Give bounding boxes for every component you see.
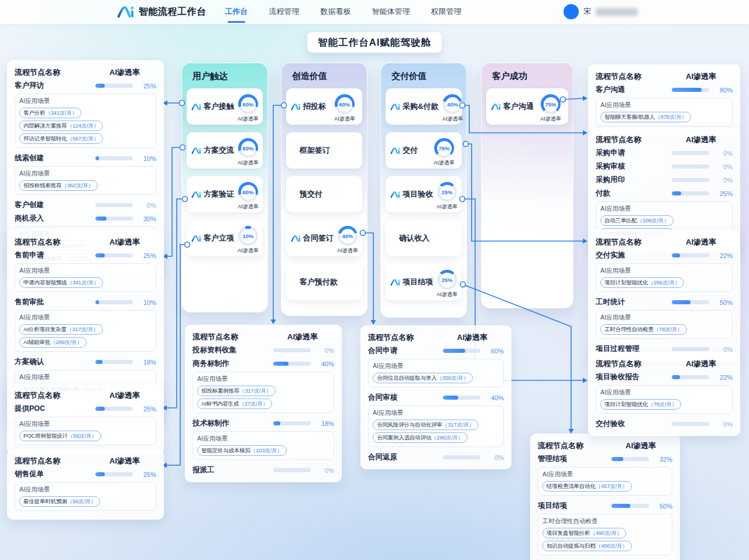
penetration-bar [672,164,709,169]
penetration-indicator: 60%AI渗透率 [234,134,262,167]
card-header: 流程节点名称AI渗透率 [15,389,156,402]
connector-arrow [583,96,587,101]
ai-scenario-tag[interactable]: 最佳促单时机预测（56次/月） [19,496,100,507]
card-header: 流程节点名称AI渗透率 [596,133,733,146]
node-name-header: 流程节点名称 [596,135,669,145]
flow-node-name: 客户接触 [204,101,234,112]
nav-item-process-mgmt[interactable]: 流程管理 [268,0,301,24]
flow-node[interactable]: 框架签订 [286,132,362,169]
penetration-header: AI渗透率 [669,135,733,145]
ai-scenario-tag[interactable]: 自动三单匹配（209次/月） [600,215,674,226]
penetration-indicator: 75%AI渗透率 [430,134,458,167]
ai-scenario-tag[interactable]: 智能聊天客服/机器人（879次/月） [600,112,691,122]
penetration-bar [672,178,709,182]
penetration-donut: 75% [541,94,561,114]
penetration-bar [95,253,133,257]
flow-node[interactable]: 方案验证60%AI渗透率 [187,176,263,212]
penetration-bar [273,348,311,352]
ai-scenario-tag[interactable]: 申请内容智能预填（341次/月） [19,277,103,288]
penetration-percent: 32% [649,456,672,463]
ai-scenario-tag[interactable]: 合同风险评分与自动化评审（317次/月） [373,420,479,430]
donut-percent: 75% [541,94,561,114]
penetration-bar-fill [611,504,630,508]
flow-node[interactable]: 确认收入 [386,220,462,256]
ai-scenario-tag[interactable]: 项目复盘智能分析（490次/月） [542,528,626,538]
flow-node-name: 合同签订 [303,233,334,243]
scenario-count: （490次/月） [590,529,622,537]
process-row: 合同审核40% [368,391,504,404]
user-area[interactable]: 宋 [564,4,638,19]
process-node-label: 客户创建 [15,200,95,210]
ai-scenario-tag[interactable]: 项目计划智能优化（78次/月） [600,399,681,410]
flow-node[interactable]: 客户沟通75%AI渗透率 [486,88,568,125]
ai-logo-icon [191,103,201,111]
donut-percent: 60% [238,138,258,158]
flow-node[interactable]: 交付75%AI渗透率 [386,132,462,169]
penetration-bar [611,504,649,508]
flow-node[interactable]: 项目验收25%AI渗透率 [386,176,462,212]
ai-scenario-tag[interactable]: 合同信息自动提取与录入（356次/月） [373,373,473,383]
ai-scenario-label: AI应用场景 [197,435,329,443]
flow-node[interactable]: 方案交流60%AI渗透率 [187,132,263,169]
card-poc: 流程节点名称AI渗透率提供POC25%AI应用场景POC用例智能设计（56次/月… [7,383,164,454]
ai-scenario-label: AI应用场景 [542,470,668,479]
ai-scenario-tag[interactable]: AI标书内容生成（27次/月） [197,398,272,409]
card-acceptance: 流程节点名称AI渗透率项目验收报告22%AI应用场景项目计划智能优化（78次/月… [588,352,740,436]
node-name-header: 流程节点名称 [15,67,93,78]
process-node-label: 售前申请 [15,250,95,260]
ai-scenario-tag[interactable]: 工时合理性自动检查（78次/月） [600,324,687,335]
process-row: 合同返原0% [368,451,504,464]
penetration-indicator: 10%AI渗透率 [234,222,262,255]
process-row: 商务标制作40% [193,357,334,370]
nav-item-data-board[interactable]: 数据看板 [319,0,352,24]
flow-node[interactable]: 客户接触60%AI渗透率 [187,88,263,125]
flow-node[interactable]: 项目结项25%AI渗透率 [386,264,462,300]
ai-scenario-tag[interactable]: 知识自动提炼与归档（490次/月） [542,541,632,551]
penetration-percent: 25% [133,252,156,259]
nav-item-agent-mgmt[interactable]: 智能体管理 [371,0,411,24]
scenario-count: （209次/月） [637,217,669,225]
scenario-count: （78次/月） [654,325,683,334]
ai-logo-icon [390,103,400,111]
scenario-count: （103次/月） [250,446,283,455]
ai-scenario-tag[interactable]: POC用例智能设计（56次/月） [19,431,101,441]
penetration-bar [95,300,133,304]
scenario-count: （362次/月） [61,181,94,190]
penetration-bar [672,347,709,351]
flow-node[interactable]: 预交付 [286,176,362,212]
flow-node[interactable]: 客户立项10%AI渗透率 [187,220,263,256]
penetration-percent: 22% [709,252,733,259]
ai-scenario-tag[interactable]: 项目计划智能优化（256次/月） [600,277,684,288]
penetration-bar-fill [672,253,680,257]
ai-scenario-label: AI应用场景 [373,409,499,417]
ai-scenario-tag[interactable]: AI辅助审批（289次/月） [19,337,87,348]
stage-title: 客户成功 [486,63,568,88]
ai-scenario-tag[interactable]: 拜访记录智能转化（567次/月） [19,133,103,144]
ai-scenario-tag[interactable]: 招投标线索推荐（362次/月） [19,180,98,191]
penetration-percent: 0% [480,454,504,461]
process-row: 提供POC25% [15,402,156,415]
ai-scenario-tag[interactable]: 招投标案例推荐（317次/月） [197,386,276,396]
penetration-percent: 18% [311,420,334,427]
ai-scenario-tag[interactable]: 合同案例入选自动评估（286次/月） [373,432,468,443]
ai-logo-icon [291,103,301,111]
card-header: 流程节点名称AI渗透率 [596,236,733,249]
ai-scenario-tag[interactable]: 结项检查清单自动化（457次/月） [542,481,632,492]
flow-node[interactable]: 合同签订40%AI渗透率 [286,220,362,256]
flow-node-name: 交付 [403,145,418,156]
ai-scenario-label: AI应用场景 [600,267,728,275]
flow-node[interactable]: 采购&付款40%AI渗透率 [386,88,462,125]
penetration-donut: 40% [338,226,358,246]
ai-scenario-tag[interactable]: 智能定价与成本模拟（103次/月） [197,445,287,456]
avatar[interactable] [564,4,579,19]
nav-item-workbench[interactable]: 工作台 [224,0,249,24]
ai-scenario-tag[interactable]: 客户分析（341次/月） [19,108,81,118]
penetration-percent: 10% [133,155,156,162]
flow-node[interactable]: 招投标60%AI渗透率 [286,88,362,125]
nav-item-permission-mgmt[interactable]: 权限管理 [430,0,463,24]
flow-node[interactable]: 客户预付款 [286,264,362,300]
penetration-donut: 40% [442,94,462,114]
ai-scenario-tag[interactable]: 内部解决方案推荐（124次/月） [19,121,103,131]
ai-scenario-tag[interactable]: AI分析项目复杂度（317次/月） [19,324,103,335]
process-row: 工时统计50% [596,296,733,309]
